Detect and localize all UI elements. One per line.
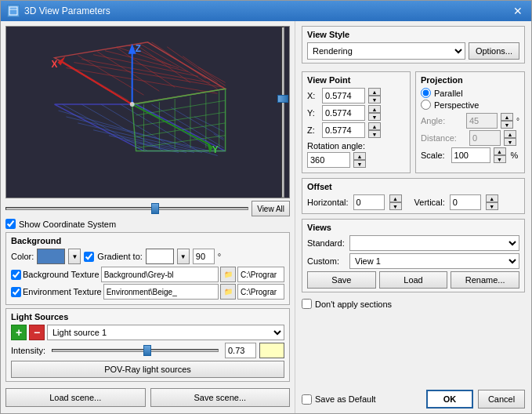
close-button[interactable]: ✕: [511, 4, 525, 18]
rotation-input[interactable]: 360: [307, 152, 350, 168]
scale-down[interactable]: ▼: [494, 155, 506, 163]
save-default-checkbox[interactable]: [302, 394, 312, 405]
bg-texture-path[interactable]: C:\Prograr: [237, 267, 284, 282]
light-source-select[interactable]: Light source 1: [47, 325, 284, 340]
parallel-row: Parallel: [421, 88, 519, 98]
bg-color-label: Color:: [11, 252, 34, 261]
horizontal-down[interactable]: ▼: [389, 202, 402, 210]
bg-texture-browse[interactable]: 📁: [220, 267, 236, 282]
distance-down[interactable]: ▼: [504, 138, 516, 146]
view-all-button[interactable]: View All: [252, 201, 290, 216]
bg-texture-field[interactable]: Background\Grey-bl: [101, 267, 219, 282]
show-cs-label: Show Coordinate System: [19, 220, 116, 229]
vp-y-up[interactable]: ▲: [368, 105, 381, 113]
angle-down[interactable]: ▼: [501, 121, 513, 129]
viewpoint-title: View Point: [307, 75, 405, 85]
projection-block: Projection Parallel Perspective: [415, 71, 525, 173]
vertical-up[interactable]: ▲: [486, 194, 498, 202]
gradient-checkbox[interactable]: [84, 252, 94, 262]
ok-button[interactable]: OK: [426, 390, 473, 409]
add-light-button[interactable]: +: [11, 325, 27, 340]
light-controls-row: + − Light source 1: [11, 325, 284, 340]
distance-up[interactable]: ▲: [504, 130, 516, 138]
gradient-color-button[interactable]: [146, 249, 174, 264]
intensity-slider[interactable]: [52, 349, 219, 352]
title-bar-left: 3D View Parameters: [7, 5, 110, 17]
vp-x-row: X: 0.5774 ▲ ▼: [307, 88, 405, 104]
light-sources-title: Light Sources: [11, 312, 284, 321]
parallel-label: Parallel: [434, 89, 463, 98]
views-title: Views: [307, 223, 519, 232]
viewport-hscroll[interactable]: [5, 207, 248, 210]
angle-input[interactable]: 45: [466, 113, 498, 129]
parallel-radio[interactable]: [421, 88, 431, 98]
remove-light-button[interactable]: −: [29, 325, 45, 340]
cancel-button[interactable]: Cancel: [478, 390, 525, 409]
gradient-color-dropdown[interactable]: ▼: [177, 249, 190, 264]
angle-up[interactable]: ▲: [501, 113, 513, 121]
vp-z-down[interactable]: ▼: [368, 130, 381, 138]
vp-z-up[interactable]: ▲: [368, 122, 381, 130]
angle-row: Angle: 45 ▲ ▼ °: [421, 113, 519, 129]
gradient-angle-input[interactable]: [193, 249, 215, 264]
env-texture-checkbox[interactable]: [11, 287, 21, 297]
vp-x-down[interactable]: ▼: [368, 96, 381, 104]
custom-select[interactable]: View 1: [349, 253, 519, 269]
vertical-down[interactable]: ▼: [486, 202, 498, 210]
viewport-vscroll[interactable]: [277, 27, 289, 198]
env-texture-path[interactable]: C:\Prograr: [237, 284, 284, 300]
vertical-label: Vertical:: [414, 198, 445, 207]
vp-z-input[interactable]: 0.5774: [322, 122, 365, 138]
bottom-buttons-row: Load scene... Save scene...: [5, 388, 290, 407]
svg-text:Y: Y: [212, 144, 219, 155]
vertical-input[interactable]: 0: [450, 194, 481, 210]
svg-point-61: [130, 102, 135, 107]
distance-input[interactable]: 0: [469, 130, 501, 146]
vp-y-input[interactable]: 0.5774: [322, 105, 365, 121]
perspective-radio[interactable]: [421, 100, 431, 110]
dont-apply-checkbox[interactable]: [302, 299, 312, 309]
rotation-up[interactable]: ▲: [353, 152, 366, 160]
rotation-row: Rotation angle:: [307, 141, 405, 151]
rename-view-button[interactable]: Rename...: [451, 271, 519, 289]
vp-y-label: Y:: [307, 108, 319, 118]
save-view-button[interactable]: Save: [307, 271, 376, 289]
env-texture-browse[interactable]: 📁: [220, 284, 236, 300]
rotation-down[interactable]: ▼: [353, 160, 366, 168]
intensity-value-input[interactable]: 0.73: [225, 343, 256, 358]
show-cs-checkbox[interactable]: [5, 219, 16, 229]
save-scene-button[interactable]: Save scene...: [150, 388, 291, 407]
projection-radio-group: Parallel Perspective: [421, 88, 519, 110]
distance-row: Distance: 0 ▲ ▼: [421, 130, 519, 146]
scale-up[interactable]: ▲: [494, 147, 506, 155]
povray-button[interactable]: POV-Ray light sources: [11, 361, 284, 378]
show-cs-row: Show Coordinate System: [5, 219, 290, 229]
load-scene-button[interactable]: Load scene...: [5, 388, 146, 407]
horizontal-input[interactable]: 0: [353, 194, 385, 210]
vp-z-label: Z:: [307, 125, 319, 135]
env-texture-field[interactable]: Environment\Beige_: [103, 284, 219, 300]
custom-row: Custom: View 1: [307, 253, 519, 269]
title-bar: 3D View Parameters ✕: [1, 1, 531, 21]
load-view-button[interactable]: Load: [379, 271, 448, 289]
vp-x-input[interactable]: 0.5774: [322, 88, 365, 104]
left-panel: Z X Y: [1, 21, 295, 413]
bg-texture-label: Background Texture: [23, 270, 100, 279]
bg-color-button[interactable]: [37, 249, 65, 264]
scale-input[interactable]: 100: [451, 147, 490, 163]
right-panel: View Style Rendering Options... View Poi…: [295, 21, 531, 413]
perspective-label: Perspective: [434, 100, 479, 110]
standard-select[interactable]: [349, 235, 519, 251]
vp-y-spin: ▲ ▼: [368, 105, 381, 121]
bg-color-dropdown[interactable]: ▼: [68, 249, 81, 264]
light-color-button[interactable]: [259, 343, 284, 358]
scale-row: Scale: 100 ▲ ▼ %: [421, 147, 519, 163]
viewstyle-select[interactable]: Rendering: [307, 42, 465, 60]
dont-apply-label: Don't apply sections: [315, 300, 392, 309]
vp-y-down[interactable]: ▼: [368, 113, 381, 121]
rotation-label: Rotation angle:: [307, 141, 365, 151]
bg-texture-checkbox[interactable]: [11, 270, 21, 280]
vp-x-up[interactable]: ▲: [368, 88, 381, 96]
horizontal-up[interactable]: ▲: [389, 194, 402, 202]
options-button[interactable]: Options...: [469, 42, 519, 60]
